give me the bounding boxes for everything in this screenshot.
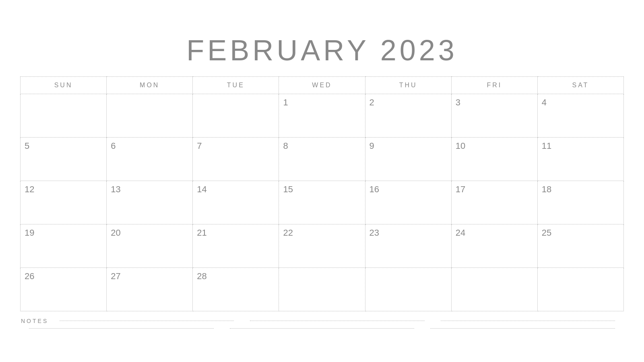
day-cell-1: 1 [279, 94, 365, 137]
day-number: 28 [197, 271, 206, 281]
day-number: 19 [25, 228, 34, 238]
day-header-sun: SUN [21, 76, 107, 94]
day-number: 8 [283, 141, 288, 151]
day-number: 25 [542, 228, 551, 238]
day-cell-22: 22 [279, 224, 365, 267]
day-number: 3 [456, 97, 460, 107]
day-number: 14 [197, 184, 206, 194]
week-row-1: 567891011 [21, 137, 624, 181]
calendar-container: FEBRUARY 2023 SUNMONTUEWEDTHUFRISAT 1234… [20, 26, 624, 337]
notes-first-row: NOTES [21, 318, 623, 324]
day-cell-20: 20 [107, 224, 193, 267]
day-cell-15: 15 [279, 181, 365, 224]
day-header-mon: MON [107, 76, 193, 94]
notes-line-2 [250, 321, 424, 321]
day-cell-empty-4-4 [365, 267, 451, 311]
week-row-4: 262728 [21, 267, 624, 311]
day-number: 15 [283, 184, 293, 194]
day-cell-26: 26 [21, 267, 107, 311]
day-cell-25: 25 [537, 224, 623, 267]
day-cell-27: 27 [107, 267, 193, 311]
week-row-3: 19202122232425 [21, 224, 624, 267]
days-header-row: SUNMONTUEWEDTHUFRISAT [21, 76, 624, 94]
day-number: 1 [283, 97, 288, 107]
notes-second-row [21, 328, 623, 329]
day-number: 2 [369, 97, 374, 107]
day-number: 7 [197, 141, 202, 151]
day-cell-18: 18 [537, 181, 623, 224]
notes-line-6 [430, 328, 615, 329]
day-number: 27 [111, 271, 120, 281]
day-cell-4: 4 [537, 94, 623, 137]
day-cell-17: 17 [451, 181, 537, 224]
day-cell-empty-0-1 [107, 94, 193, 137]
day-cell-19: 19 [21, 224, 107, 267]
notes-line-3 [441, 321, 615, 321]
day-cell-16: 16 [365, 181, 451, 224]
day-cell-empty-0-0 [21, 94, 107, 137]
day-cell-23: 23 [365, 224, 451, 267]
day-cell-8: 8 [279, 137, 365, 181]
day-header-sat: SAT [537, 76, 623, 94]
notes-line-1 [60, 321, 234, 321]
day-cell-empty-0-2 [193, 94, 279, 137]
day-number: 26 [25, 271, 34, 281]
calendar-grid: SUNMONTUEWEDTHUFRISAT 123456789101112131… [20, 76, 624, 311]
day-number: 13 [111, 184, 120, 194]
week-row-2: 12131415161718 [21, 181, 624, 224]
day-number: 17 [456, 184, 465, 194]
day-cell-14: 14 [193, 181, 279, 224]
day-number: 16 [369, 184, 379, 194]
notes-label: NOTES [21, 318, 48, 324]
day-cell-24: 24 [451, 224, 537, 267]
day-cell-10: 10 [451, 137, 537, 181]
day-cell-6: 6 [107, 137, 193, 181]
day-cell-28: 28 [193, 267, 279, 311]
day-number: 9 [369, 141, 374, 151]
day-header-tue: TUE [193, 76, 279, 94]
day-cell-3: 3 [451, 94, 537, 137]
day-number: 12 [25, 184, 34, 194]
day-header-fri: FRI [451, 76, 537, 94]
day-cell-12: 12 [21, 181, 107, 224]
day-number: 21 [197, 228, 206, 238]
notes-line-5 [230, 328, 415, 329]
day-number: 20 [111, 228, 120, 238]
day-cell-9: 9 [365, 137, 451, 181]
day-cell-empty-4-3 [279, 267, 365, 311]
notes-line-4 [29, 328, 214, 329]
day-number: 5 [25, 141, 29, 151]
day-cell-empty-4-5 [451, 267, 537, 311]
day-number: 22 [283, 228, 293, 238]
day-number: 4 [542, 97, 547, 107]
day-cell-empty-4-6 [537, 267, 623, 311]
day-header-wed: WED [279, 76, 365, 94]
day-number: 18 [542, 184, 551, 194]
day-cell-7: 7 [193, 137, 279, 181]
day-number: 10 [456, 141, 465, 151]
day-cell-21: 21 [193, 224, 279, 267]
day-number: 24 [456, 228, 465, 238]
day-header-thu: THU [365, 76, 451, 94]
day-cell-2: 2 [365, 94, 451, 137]
day-cell-11: 11 [537, 137, 623, 181]
day-number: 11 [542, 141, 551, 151]
calendar-title: FEBRUARY 2023 [20, 34, 624, 67]
notes-section: NOTES [20, 318, 624, 329]
week-row-0: 1234 [21, 94, 624, 137]
day-number: 6 [111, 141, 116, 151]
day-number: 23 [369, 228, 379, 238]
day-cell-13: 13 [107, 181, 193, 224]
day-cell-5: 5 [21, 137, 107, 181]
